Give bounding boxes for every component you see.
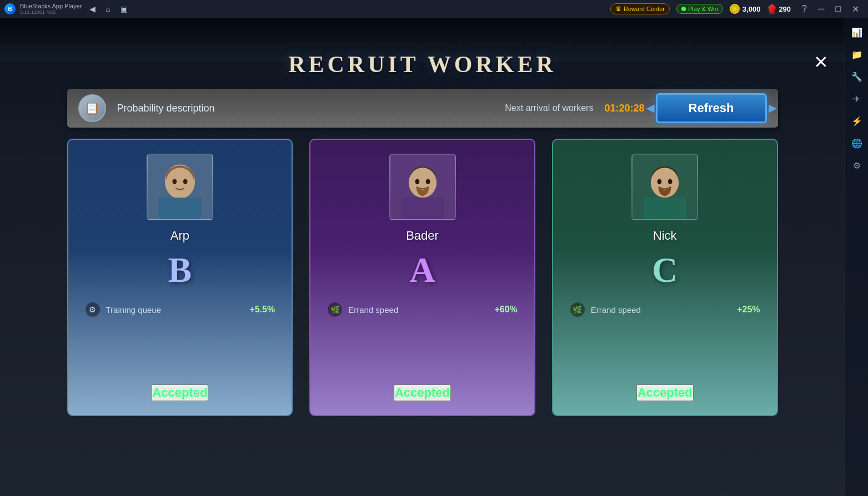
svg-point-17 — [668, 179, 673, 185]
worker-avatar-arp — [147, 154, 213, 220]
worker-name-nick: Nick — [653, 229, 677, 243]
modal-title: RECRUIT WORKER — [288, 51, 556, 78]
probability-icon: 📋 — [84, 101, 99, 115]
help-button[interactable]: ? — [797, 3, 811, 16]
title-bar-nav: ◀ ⌂ ▣ — [86, 3, 131, 14]
app-icon: B — [4, 3, 16, 14]
svg-rect-18 — [644, 198, 686, 219]
title-bar-right: ♛ Reward Center Play & Win 3,000 290 ? ─… — [610, 3, 864, 16]
gold-currency: 3,000 — [730, 4, 761, 14]
accepted-button-arp[interactable]: Accepted — [151, 384, 208, 401]
overview-button[interactable]: ▣ — [117, 3, 131, 14]
gold-icon — [730, 4, 740, 14]
currency-display: 3,000 290 — [730, 4, 791, 14]
title-bar: B BlueStacks App Player 5.11.11001 N32 ◀… — [0, 0, 868, 18]
sidebar-icon-stats[interactable]: 📊 — [848, 23, 866, 41]
worker-card-arp[interactable]: Arp B ⚙ Training queue +5.5% Accepted — [67, 139, 293, 416]
svg-rect-6 — [158, 198, 201, 219]
worker-grade-bader: A — [409, 250, 435, 291]
arrival-timer: 01:20:28 — [604, 103, 644, 114]
stat-value-nick: +25% — [737, 305, 760, 315]
worker-stat-nick: 🌿 Errand speed +25% — [564, 302, 766, 317]
sidebar-icon-globe[interactable]: 🌐 — [848, 134, 866, 152]
stat-value-arp: +5.5% — [249, 305, 275, 315]
window-controls: ? ─ □ ✕ — [797, 3, 864, 16]
worker-card-bader[interactable]: Bader A 🌿 Errand speed +60% Accepted — [309, 139, 535, 416]
worker-cards-container: Arp B ⚙ Training queue +5.5% Accepted — [67, 139, 778, 416]
svg-point-11 — [425, 179, 430, 185]
reward-center-label: Reward Center — [624, 6, 665, 12]
stat-icon-arp: ⚙ — [85, 302, 101, 317]
close-window-button[interactable]: ✕ — [847, 3, 864, 16]
title-bar-left: B BlueStacks App Player 5.11.11001 N32 ◀… — [4, 3, 131, 15]
worker-avatar-nick — [631, 154, 698, 220]
sidebar-icon-fly[interactable]: ✈ — [848, 90, 866, 108]
sidebar-icon-bolt[interactable]: ⚡ — [848, 112, 866, 130]
stat-icon-bader: 🌿 — [327, 302, 343, 317]
main-area: RECRUIT WORKER 📋 Probability description… — [0, 18, 868, 496]
worker-name-bader: Bader — [406, 229, 439, 243]
svg-point-4 — [172, 179, 177, 185]
reward-center-button[interactable]: ♛ Reward Center — [610, 3, 670, 14]
svg-point-3 — [166, 168, 194, 198]
minimize-button[interactable]: ─ — [814, 3, 829, 16]
play-win-label: Play & Win — [688, 6, 718, 12]
modal-overlay: RECRUIT WORKER 📋 Probability description… — [0, 18, 845, 496]
worker-stat-bader: 🌿 Errand speed +60% — [322, 302, 523, 317]
sidebar-icon-settings[interactable]: 🔧 — [848, 68, 866, 85]
worker-stat-arp: ⚙ Training queue +5.5% — [79, 302, 281, 317]
worker-card-nick[interactable]: Nick C 🌿 Errand speed +25% Accepted — [552, 139, 778, 416]
probability-icon-button[interactable]: 📋 — [78, 94, 106, 122]
crown-icon: ♛ — [615, 5, 621, 13]
refresh-button[interactable]: Refresh — [656, 93, 767, 123]
back-button[interactable]: ◀ — [86, 3, 99, 14]
probability-description-label[interactable]: Probability description — [117, 103, 494, 114]
stat-value-bader: +60% — [494, 305, 517, 315]
arrival-label: Next arrival of workers — [505, 103, 593, 113]
gem-icon — [768, 4, 776, 14]
svg-point-16 — [658, 179, 662, 185]
play-dot-icon — [681, 7, 686, 11]
gem-value: 290 — [779, 5, 791, 13]
gold-value: 3,000 — [742, 5, 761, 13]
refresh-label: Refresh — [689, 101, 734, 115]
worker-grade-arp: B — [168, 250, 192, 291]
sidebar-icon-gear[interactable]: ⚙ — [848, 156, 866, 174]
accepted-button-nick[interactable]: Accepted — [636, 384, 694, 401]
stat-name-nick: Errand speed — [591, 305, 731, 315]
maximize-button[interactable]: □ — [831, 3, 845, 16]
app-name: BlueStacks App Player 5.11.11001 N32 — [20, 3, 82, 15]
svg-rect-12 — [401, 198, 444, 219]
home-button[interactable]: ⌂ — [102, 3, 113, 14]
svg-point-10 — [415, 179, 419, 185]
stat-name-bader: Errand speed — [348, 305, 489, 315]
sidebar-icon-files[interactable]: 📁 — [848, 45, 866, 63]
top-bar: 📋 Probability description Next arrival o… — [67, 89, 778, 128]
stat-name-arp: Training queue — [106, 305, 244, 315]
gem-currency: 290 — [768, 4, 791, 14]
stat-icon-nick: 🌿 — [570, 302, 585, 317]
worker-grade-nick: C — [652, 250, 678, 291]
worker-avatar-bader — [389, 154, 456, 220]
worker-name-arp: Arp — [170, 229, 189, 243]
svg-point-5 — [183, 179, 188, 185]
modal-close-button[interactable]: ✕ — [807, 48, 835, 76]
play-win-button[interactable]: Play & Win — [676, 4, 723, 14]
right-sidebar: 📊 📁 🔧 ✈ ⚡ 🌐 ⚙ — [845, 18, 868, 496]
accepted-button-bader[interactable]: Accepted — [394, 384, 451, 401]
